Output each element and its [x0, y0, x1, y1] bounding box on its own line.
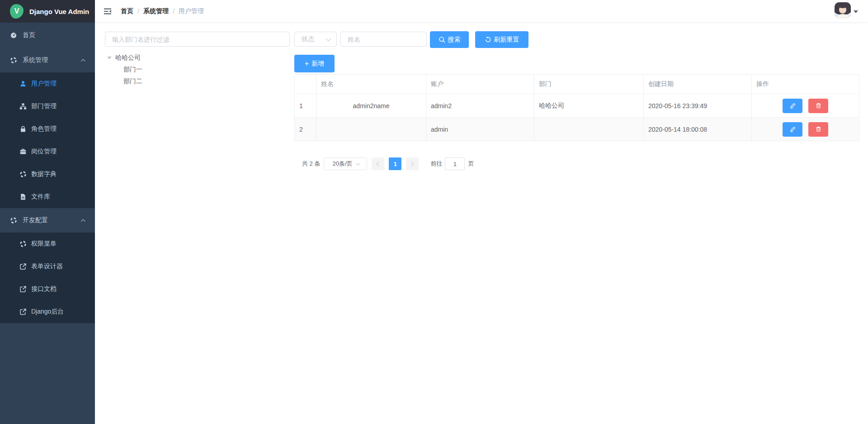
name-filter-input[interactable]	[340, 32, 427, 47]
sidebar-group-label: 开发配置	[23, 216, 48, 224]
sidebar-item-django-admin[interactable]: Django后台	[0, 300, 95, 323]
plus-icon: +	[305, 60, 309, 67]
sidebar-item-dept-mgmt[interactable]: 部门管理	[0, 95, 95, 118]
cell-created: 2020-05-14 18:00:08	[644, 118, 752, 141]
breadcrumb-home[interactable]: 首页	[121, 7, 133, 15]
chevron-right-icon	[410, 162, 414, 166]
hamburger-icon[interactable]	[103, 6, 113, 16]
delete-button[interactable]	[808, 99, 828, 113]
page-size-select[interactable]: 20条/页	[324, 157, 367, 170]
goto-page-input[interactable]	[445, 157, 465, 170]
pagination-total: 共 2 条	[302, 157, 320, 170]
search-button[interactable]: 搜索	[430, 31, 469, 48]
document-icon	[19, 193, 27, 200]
sidebar-menu: 首页 系统管理 用户管理 部门	[0, 23, 95, 323]
chevron-down-icon	[326, 36, 331, 41]
sidebar-item-label: 首页	[23, 31, 35, 39]
breadcrumb: 首页 / 系统管理 / 用户管理	[121, 0, 204, 23]
lifebuoy-icon	[10, 217, 17, 224]
lifebuoy-icon	[19, 240, 27, 248]
lock-icon	[19, 125, 27, 133]
sidebar-item-api-docs[interactable]: 接口文档	[0, 278, 95, 300]
refresh-icon	[485, 36, 491, 43]
sidebar-item-label: 部门管理	[31, 102, 57, 110]
caret-down-icon[interactable]	[107, 57, 112, 59]
add-button[interactable]: + 新增	[294, 55, 335, 72]
col-created: 创建日期	[644, 75, 752, 94]
col-dept: 部门	[534, 75, 644, 94]
tree-node-child[interactable]: 部门一	[123, 64, 142, 76]
prev-page-button[interactable]	[372, 157, 384, 170]
app-logo: V	[10, 4, 24, 19]
caret-down-icon	[854, 10, 858, 13]
refresh-reset-button-label: 刷新重置	[494, 36, 519, 44]
users-table: 姓名 账户 部门 创建日期 操作 1 admin2name admin2 哈哈公…	[294, 74, 859, 141]
sidebar: V Django Vue Admin 首页 系统管理	[0, 0, 95, 424]
breadcrumb-current: 用户管理	[179, 7, 204, 15]
tree-node-child[interactable]: 部门二	[123, 76, 142, 87]
sidebar-item-label: 接口文档	[31, 285, 57, 293]
tree-node-label: 部门二	[123, 77, 142, 86]
org-tree-icon	[19, 103, 27, 110]
sidebar-group-system[interactable]: 系统管理	[0, 48, 95, 72]
page: V Django Vue Admin 首页 系统管理	[0, 0, 868, 424]
cell-dept	[534, 118, 644, 141]
sidebar-item-post-mgmt[interactable]: 岗位管理	[0, 140, 95, 163]
sidebar-item-label: 权限菜单	[31, 240, 57, 248]
sidebar-group-dev-config[interactable]: 开发配置	[0, 208, 95, 233]
delete-button[interactable]	[808, 122, 828, 137]
sidebar-item-data-dict[interactable]: 数据字典	[0, 163, 95, 186]
dept-filter-input[interactable]	[105, 32, 290, 47]
sidebar-item-file-library[interactable]: 文件库	[0, 186, 95, 208]
status-select[interactable]: 状态	[294, 32, 337, 47]
trash-icon	[816, 126, 821, 132]
sidebar-item-label: 文件库	[31, 193, 50, 201]
external-link-icon	[19, 286, 27, 293]
chevron-left-icon	[377, 162, 381, 166]
sidebar-item-home[interactable]: 首页	[0, 23, 95, 48]
next-page-button[interactable]	[406, 157, 419, 170]
sidebar-item-perm-menu[interactable]: 权限菜单	[0, 233, 95, 255]
cell-name: admin2name	[316, 94, 426, 118]
refresh-reset-button[interactable]: 刷新重置	[475, 31, 528, 48]
sidebar-item-label: 岗位管理	[31, 148, 57, 156]
tree-node-label: 哈哈公司	[115, 54, 141, 62]
sidebar-item-user-mgmt[interactable]: 用户管理	[0, 72, 95, 95]
chevron-up-icon	[80, 219, 86, 222]
dashboard-icon	[10, 32, 17, 39]
user-menu[interactable]	[835, 2, 858, 20]
breadcrumb-separator: /	[137, 8, 139, 15]
lifebuoy-icon	[19, 171, 27, 178]
tree-node-root[interactable]: 哈哈公司	[107, 52, 141, 64]
table-header-row: 姓名 账户 部门 创建日期 操作	[295, 75, 859, 94]
cell-index: 1	[295, 94, 316, 118]
table-row: 1 admin2name admin2 哈哈公司 2020-05-16 23:3…	[295, 94, 859, 118]
page-number-1[interactable]: 1	[389, 157, 401, 170]
breadcrumb-system[interactable]: 系统管理	[143, 7, 169, 15]
sidebar-item-form-designer[interactable]: 表单设计器	[0, 255, 95, 278]
name-filter-wrap	[340, 32, 427, 47]
cell-actions	[752, 94, 859, 118]
edit-button[interactable]	[783, 122, 802, 137]
page-size-label: 20条/页	[332, 160, 352, 168]
chevron-down-icon	[356, 162, 359, 165]
edit-pencil-icon	[790, 103, 796, 109]
user-icon	[19, 80, 27, 87]
external-link-icon	[19, 308, 27, 315]
logo-letter: V	[14, 7, 19, 15]
user-avatar[interactable]	[835, 2, 851, 19]
sidebar-group-label: 系统管理	[23, 56, 48, 64]
cell-account: admin	[426, 118, 534, 141]
sidebar-item-label: 数据字典	[31, 170, 57, 178]
cell-account: admin2	[426, 94, 534, 118]
pagination: 共 2 条 20条/页 1 前往 页	[302, 157, 474, 170]
sidebar-item-label: 用户管理	[31, 80, 57, 88]
edit-pencil-icon	[790, 126, 796, 132]
cell-dept: 哈哈公司	[534, 94, 644, 118]
sidebar-item-role-mgmt[interactable]: 角色管理	[0, 118, 95, 140]
dept-filter-wrap	[105, 32, 290, 47]
edit-button[interactable]	[783, 99, 802, 113]
sidebar-item-label: Django后台	[31, 308, 64, 316]
page-unit-label: 页	[468, 160, 474, 168]
cell-index: 2	[295, 118, 316, 141]
